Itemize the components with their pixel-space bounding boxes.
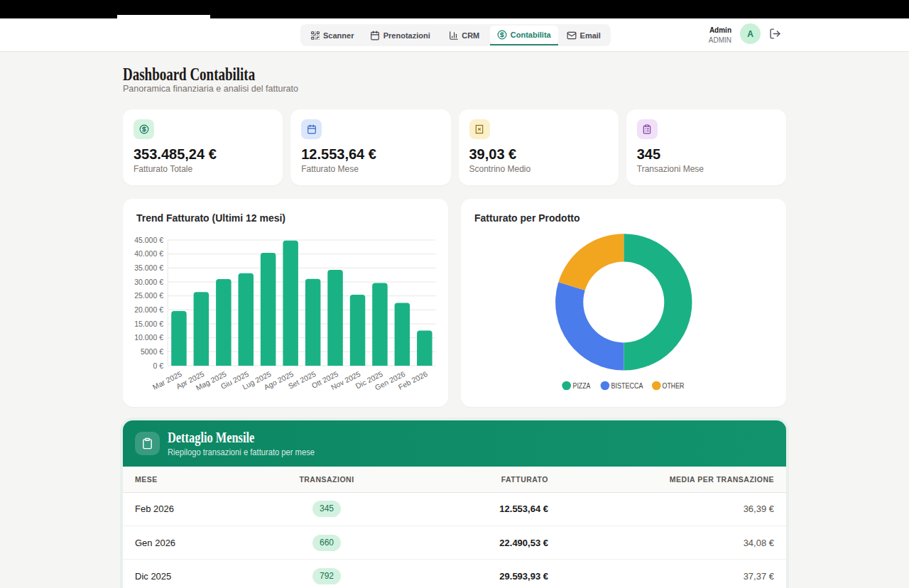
svg-text:45.000 €: 45.000 € (134, 236, 163, 244)
svg-text:40.000 €: 40.000 € (134, 249, 163, 258)
svg-text:OTHER: OTHER (663, 381, 685, 390)
svg-text:35.000 €: 35.000 € (134, 263, 163, 272)
svg-text:30.000 €: 30.000 € (134, 278, 163, 286)
svg-text:15.000 €: 15.000 € (134, 320, 163, 328)
svg-text:0 €: 0 € (153, 361, 163, 370)
svg-text:25.000 €: 25.000 € (134, 291, 163, 300)
svg-text:PIZZA: PIZZA (573, 381, 592, 390)
svg-text:10.000 €: 10.000 € (134, 333, 163, 342)
svg-text:BISTECCA: BISTECCA (611, 381, 644, 390)
svg-text:20.000 €: 20.000 € (134, 305, 163, 314)
svg-text:5000 €: 5000 € (141, 347, 163, 356)
